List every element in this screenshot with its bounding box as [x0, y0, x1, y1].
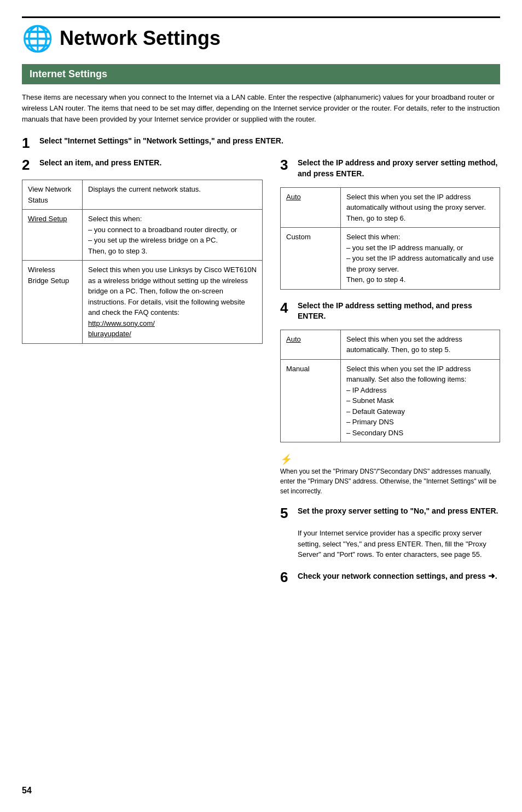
step-4: 4 Select the IP address setting method, … — [280, 301, 500, 322]
table-row: Auto Select this when you set the addres… — [281, 330, 500, 359]
step-4-text: Select the IP address setting method, an… — [298, 301, 500, 322]
section-heading: Internet Settings — [22, 64, 500, 84]
cell-desc: Select this when:– you set the IP addres… — [341, 228, 500, 290]
page-number: 54 — [22, 786, 32, 796]
step-6: 6 Check your network connection settings… — [280, 570, 500, 584]
page-header: 🌐 Network Settings — [22, 16, 500, 51]
step-4-number: 4 — [280, 301, 292, 315]
cell-label: Auto — [281, 330, 341, 359]
note-section: ⚡ When you set the "Primary DNS"/"Second… — [280, 453, 500, 496]
two-col-layout: 2 Select an item, and press ENTER. View … — [22, 158, 500, 591]
cell-label: Wired Setup — [22, 210, 83, 261]
table-row: Custom Select this when:– you set the IP… — [281, 228, 500, 290]
step-6-text: Check your network connection settings, … — [298, 570, 497, 582]
step-1-number: 1 — [22, 136, 34, 150]
cell-label: Wireless Bridge Setup — [22, 261, 83, 344]
note-text: When you set the "Primary DNS"/"Secondar… — [280, 467, 500, 496]
intro-text: These items are necessary when you conne… — [22, 92, 500, 125]
cell-label: Manual — [281, 359, 341, 442]
step-3-text: Select the IP address and proxy server s… — [298, 158, 500, 179]
cell-desc: Select this when you use Linksys by Cisc… — [83, 261, 263, 344]
step-5: 5 Set the proxy server setting to "No," … — [280, 506, 500, 520]
table-row: Auto Select this when you set the IP add… — [281, 187, 500, 228]
table-row: Wireless Bridge Setup Select this when y… — [22, 261, 263, 344]
table-row: Manual Select this when you set the IP a… — [281, 359, 500, 442]
step-2-text: Select an item, and press ENTER. — [39, 158, 161, 169]
cell-desc: Select this when you set the address aut… — [341, 330, 500, 359]
step-3: 3 Select the IP address and proxy server… — [280, 158, 500, 179]
note-icon: ⚡ — [280, 454, 292, 465]
cell-desc: Displays the current network status. — [83, 180, 263, 210]
cell-desc: Select this when you set the IP address … — [341, 187, 500, 228]
cell-label: Auto — [281, 187, 341, 228]
step-5-number: 5 — [280, 506, 292, 520]
step-1: 1 Select "Internet Settings" in "Network… — [22, 136, 500, 150]
step-3-number: 3 — [280, 158, 292, 172]
cell-label: View Network Status — [22, 180, 83, 210]
network-icon: 🌐 — [22, 26, 53, 51]
cell-label: Custom — [281, 228, 341, 290]
cell-desc: Select this when:– you connect to a broa… — [83, 210, 263, 261]
cell-desc: Select this when you set the IP address … — [341, 359, 500, 442]
step3-table: Auto Select this when you set the IP add… — [280, 187, 500, 290]
table-row: Wired Setup Select this when:– you conne… — [22, 210, 263, 261]
step-5-text: Set the proxy server setting to "No," an… — [298, 506, 498, 517]
step2-table: View Network Status Displays the current… — [22, 180, 263, 344]
step-1-text: Select "Internet Settings" in "Network S… — [39, 136, 283, 147]
right-column: 3 Select the IP address and proxy server… — [280, 158, 500, 591]
step-2-number: 2 — [22, 158, 34, 172]
step-2: 2 Select an item, and press ENTER. — [22, 158, 263, 172]
table-row: View Network Status Displays the current… — [22, 180, 263, 210]
step-6-number: 6 — [280, 570, 292, 584]
left-column: 2 Select an item, and press ENTER. View … — [22, 158, 263, 355]
step-5-body: If your Internet service provider has a … — [298, 528, 500, 560]
page-title: Network Settings — [60, 27, 221, 50]
arrow-right-icon: ➜ — [488, 571, 495, 580]
step4-table: Auto Select this when you set the addres… — [280, 330, 500, 443]
